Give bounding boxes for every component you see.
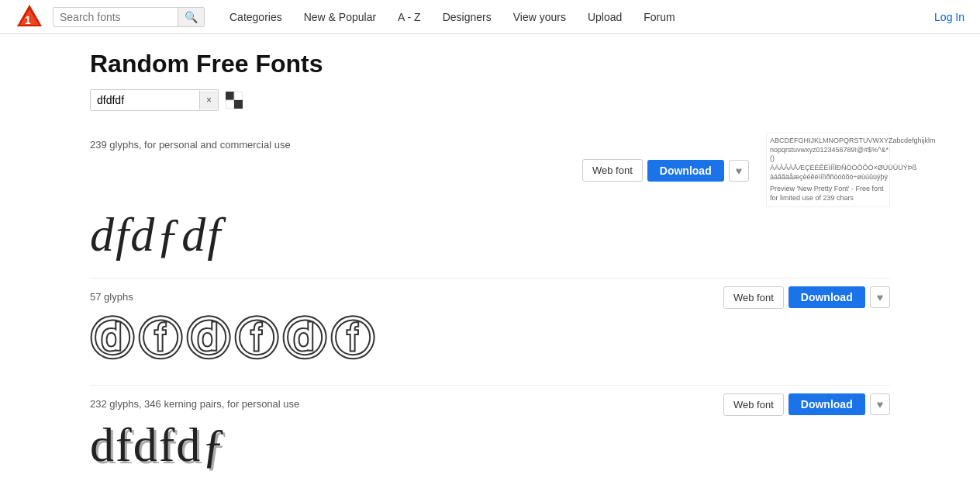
svg-rect-4 — [234, 92, 243, 100]
web-font-button-3[interactable]: Web font — [723, 393, 784, 416]
site-logo[interactable]: 1 — [16, 3, 43, 31]
nav-forum[interactable]: Forum — [634, 0, 684, 34]
filter-clear-button[interactable]: × — [199, 91, 218, 109]
favorite-button-1[interactable]: ♥ — [729, 160, 749, 182]
nav-upload[interactable]: Upload — [578, 0, 631, 34]
search-bar: 🔍 — [53, 7, 205, 27]
svg-rect-5 — [226, 100, 234, 109]
font-actions-2: Web font Download ♥ — [723, 286, 890, 309]
font-preview-text-2: ⓓⓕⓓⓕⓓⓕ — [90, 310, 890, 369]
main-content: Random Free Fonts dfdfdf × Web font Down… — [0, 34, 980, 485]
svg-rect-6 — [234, 100, 243, 109]
download-button-2[interactable]: Download — [788, 286, 865, 308]
nav-designers[interactable]: Designers — [433, 0, 501, 34]
filter-input-wrap: dfdfdf × — [90, 89, 219, 111]
font-card-1: Web font Download ♥ ABCDEFGHIJKLMNOPQRST… — [90, 126, 890, 279]
header: 1 🔍 Categories New & Popular A - Z Desig… — [0, 0, 980, 34]
nav-categories[interactable]: Categories — [220, 0, 292, 34]
login-link[interactable]: Log In — [934, 11, 964, 23]
page-title: Random Free Fonts — [90, 50, 890, 78]
font-card-2: Web font Download ♥ 57 glyphs ⓓⓕⓓⓕⓓⓕ — [90, 279, 890, 386]
font-preview-text-1: dfdƒdf — [90, 207, 890, 262]
nav-view-yours[interactable]: View yours — [504, 0, 575, 34]
font-actions-1: Web font Download ♥ ABCDEFGHIJKLMNOPQRST… — [582, 134, 890, 207]
nav-new-popular[interactable]: New & Popular — [295, 0, 385, 34]
download-button-3[interactable]: Download — [788, 393, 865, 415]
svg-text:1: 1 — [25, 14, 31, 26]
web-font-button-1[interactable]: Web font — [582, 159, 643, 182]
color-picker-icon[interactable] — [225, 91, 243, 109]
font-preview-1: dfdƒdf — [90, 207, 890, 262]
font-preview-text-3: dfdfdƒ — [90, 417, 890, 473]
favorite-button-3[interactable]: ♥ — [870, 393, 890, 415]
search-input[interactable] — [53, 8, 178, 26]
download-button-1[interactable]: Download — [647, 160, 724, 182]
font-preview-3: dfdfdƒ — [90, 417, 890, 473]
main-nav: Categories New & Popular A - Z Designers… — [220, 0, 934, 34]
svg-rect-3 — [226, 92, 234, 100]
font-preview-2: ⓓⓕⓓⓕⓓⓕ — [90, 310, 890, 369]
favorite-button-2[interactable]: ♥ — [870, 286, 890, 308]
web-font-button-2[interactable]: Web font — [723, 286, 784, 309]
font-actions-3: Web font Download ♥ — [723, 393, 890, 416]
filter-input[interactable]: dfdfdf — [91, 90, 199, 110]
nav-a-z[interactable]: A - Z — [388, 0, 430, 34]
filter-row: dfdfdf × — [90, 89, 890, 111]
search-button[interactable]: 🔍 — [178, 8, 204, 26]
font-info-box: ABCDEFGHIJKLMNOPQRSTUVWXYZabcdefghijklm … — [766, 133, 890, 207]
font-card-3: Web font Download ♥ 232 glyphs, 346 kern… — [90, 386, 890, 485]
